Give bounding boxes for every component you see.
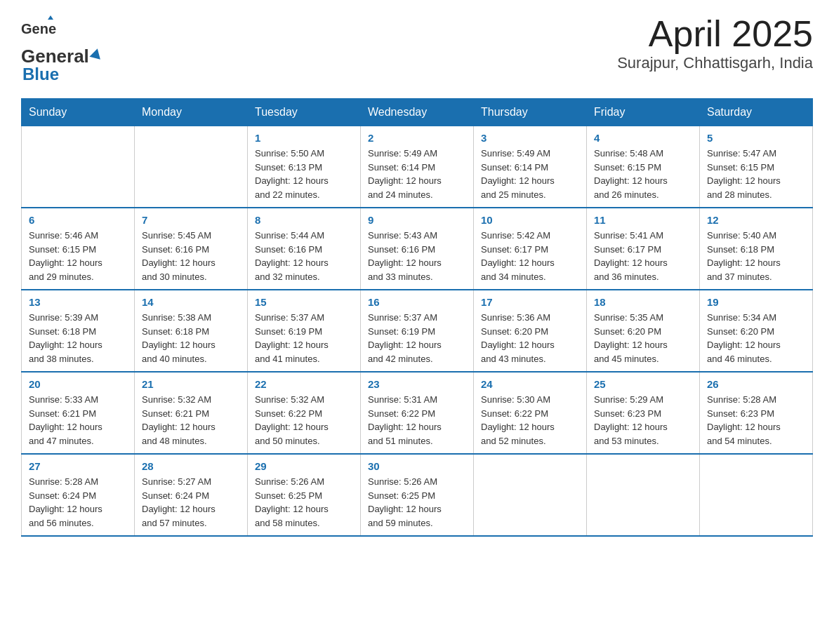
calendar-cell: 7Sunrise: 5:45 AMSunset: 6:16 PMDaylight… — [135, 208, 248, 290]
day-number: 27 — [29, 460, 127, 472]
day-number: 12 — [707, 214, 805, 226]
calendar-cell: 25Sunrise: 5:29 AMSunset: 6:23 PMDayligh… — [587, 372, 700, 454]
day-header-thursday: Thursday — [474, 99, 587, 126]
day-number: 22 — [255, 378, 353, 390]
day-header-friday: Friday — [587, 99, 700, 126]
day-number: 30 — [368, 460, 466, 472]
day-info: Sunrise: 5:29 AMSunset: 6:23 PMDaylight:… — [594, 393, 692, 448]
day-number: 15 — [255, 296, 353, 308]
calendar-cell: 6Sunrise: 5:46 AMSunset: 6:15 PMDaylight… — [22, 208, 135, 290]
calendar-location: Surajpur, Chhattisgarh, India — [617, 54, 813, 72]
calendar-cell: 18Sunrise: 5:35 AMSunset: 6:20 PMDayligh… — [587, 290, 700, 372]
day-number: 29 — [255, 460, 353, 472]
day-number: 6 — [29, 214, 127, 226]
day-number: 21 — [142, 378, 240, 390]
svg-text:General: General — [21, 21, 56, 36]
logo-general-text: General — [21, 46, 89, 67]
day-info: Sunrise: 5:42 AMSunset: 6:17 PMDaylight:… — [481, 229, 579, 283]
day-number: 19 — [707, 296, 805, 308]
logo: General General Blue — [21, 14, 102, 84]
day-info: Sunrise: 5:32 AMSunset: 6:22 PMDaylight:… — [255, 393, 353, 448]
day-info: Sunrise: 5:41 AMSunset: 6:17 PMDaylight:… — [594, 229, 692, 283]
days-of-week-row: SundayMondayTuesdayWednesdayThursdayFrid… — [22, 99, 813, 126]
calendar-cell: 17Sunrise: 5:36 AMSunset: 6:20 PMDayligh… — [474, 290, 587, 372]
day-number: 7 — [142, 214, 240, 226]
calendar-cell: 2Sunrise: 5:49 AMSunset: 6:14 PMDaylight… — [361, 126, 474, 208]
day-number: 10 — [481, 214, 579, 226]
calendar-cell: 3Sunrise: 5:49 AMSunset: 6:14 PMDaylight… — [474, 126, 587, 208]
day-number: 23 — [368, 378, 466, 390]
day-number: 28 — [142, 460, 240, 472]
day-info: Sunrise: 5:49 AMSunset: 6:14 PMDaylight:… — [481, 147, 579, 201]
calendar-cell: 24Sunrise: 5:30 AMSunset: 6:22 PMDayligh… — [474, 372, 587, 454]
day-number: 11 — [594, 214, 692, 226]
calendar-cell: 21Sunrise: 5:32 AMSunset: 6:21 PMDayligh… — [135, 372, 248, 454]
day-info: Sunrise: 5:28 AMSunset: 6:23 PMDaylight:… — [707, 393, 805, 448]
calendar-cell — [474, 454, 587, 536]
calendar-title-block: April 2025 Surajpur, Chhattisgarh, India — [617, 14, 813, 72]
page-header: General General Blue April 2025 Surajpur… — [21, 14, 813, 84]
day-info: Sunrise: 5:44 AMSunset: 6:16 PMDaylight:… — [255, 229, 353, 283]
calendar-cell — [135, 126, 248, 208]
calendar-body: 1Sunrise: 5:50 AMSunset: 6:13 PMDaylight… — [22, 126, 813, 537]
calendar-week-4: 20Sunrise: 5:33 AMSunset: 6:21 PMDayligh… — [22, 372, 813, 454]
day-info: Sunrise: 5:48 AMSunset: 6:15 PMDaylight:… — [594, 147, 692, 201]
calendar-cell: 1Sunrise: 5:50 AMSunset: 6:13 PMDaylight… — [248, 126, 361, 208]
day-info: Sunrise: 5:28 AMSunset: 6:24 PMDaylight:… — [29, 475, 127, 530]
day-number: 3 — [481, 132, 579, 144]
day-info: Sunrise: 5:38 AMSunset: 6:18 PMDaylight:… — [142, 311, 240, 365]
day-header-sunday: Sunday — [22, 99, 135, 126]
day-info: Sunrise: 5:43 AMSunset: 6:16 PMDaylight:… — [368, 229, 466, 283]
day-info: Sunrise: 5:50 AMSunset: 6:13 PMDaylight:… — [255, 147, 353, 201]
day-info: Sunrise: 5:37 AMSunset: 6:19 PMDaylight:… — [255, 311, 353, 365]
calendar-cell: 4Sunrise: 5:48 AMSunset: 6:15 PMDaylight… — [587, 126, 700, 208]
calendar-cell: 19Sunrise: 5:34 AMSunset: 6:20 PMDayligh… — [700, 290, 813, 372]
day-number: 14 — [142, 296, 240, 308]
logo-icon: General — [21, 14, 56, 46]
calendar-cell: 30Sunrise: 5:26 AMSunset: 6:25 PMDayligh… — [361, 454, 474, 536]
calendar-header: SundayMondayTuesdayWednesdayThursdayFrid… — [22, 99, 813, 126]
calendar-cell: 23Sunrise: 5:31 AMSunset: 6:22 PMDayligh… — [361, 372, 474, 454]
calendar-cell — [22, 126, 135, 208]
calendar-cell: 20Sunrise: 5:33 AMSunset: 6:21 PMDayligh… — [22, 372, 135, 454]
day-info: Sunrise: 5:45 AMSunset: 6:16 PMDaylight:… — [142, 229, 240, 283]
calendar-cell: 13Sunrise: 5:39 AMSunset: 6:18 PMDayligh… — [22, 290, 135, 372]
day-header-monday: Monday — [135, 99, 248, 126]
calendar-cell: 11Sunrise: 5:41 AMSunset: 6:17 PMDayligh… — [587, 208, 700, 290]
calendar-cell: 9Sunrise: 5:43 AMSunset: 6:16 PMDaylight… — [361, 208, 474, 290]
day-info: Sunrise: 5:33 AMSunset: 6:21 PMDaylight:… — [29, 393, 127, 448]
calendar-cell: 15Sunrise: 5:37 AMSunset: 6:19 PMDayligh… — [248, 290, 361, 372]
calendar-cell — [587, 454, 700, 536]
calendar-week-2: 6Sunrise: 5:46 AMSunset: 6:15 PMDaylight… — [22, 208, 813, 290]
calendar-cell: 12Sunrise: 5:40 AMSunset: 6:18 PMDayligh… — [700, 208, 813, 290]
day-info: Sunrise: 5:31 AMSunset: 6:22 PMDaylight:… — [368, 393, 466, 448]
calendar-cell: 26Sunrise: 5:28 AMSunset: 6:23 PMDayligh… — [700, 372, 813, 454]
day-header-saturday: Saturday — [700, 99, 813, 126]
day-number: 16 — [368, 296, 466, 308]
day-info: Sunrise: 5:32 AMSunset: 6:21 PMDaylight:… — [142, 393, 240, 448]
day-info: Sunrise: 5:37 AMSunset: 6:19 PMDaylight:… — [368, 311, 466, 365]
day-number: 9 — [368, 214, 466, 226]
logo-blue-text: Blue — [22, 65, 59, 84]
calendar-cell: 29Sunrise: 5:26 AMSunset: 6:25 PMDayligh… — [248, 454, 361, 536]
calendar-month-year: April 2025 — [617, 14, 813, 54]
day-header-tuesday: Tuesday — [248, 99, 361, 126]
calendar-week-3: 13Sunrise: 5:39 AMSunset: 6:18 PMDayligh… — [22, 290, 813, 372]
calendar-cell: 22Sunrise: 5:32 AMSunset: 6:22 PMDayligh… — [248, 372, 361, 454]
calendar-week-5: 27Sunrise: 5:28 AMSunset: 6:24 PMDayligh… — [22, 454, 813, 536]
calendar-cell: 28Sunrise: 5:27 AMSunset: 6:24 PMDayligh… — [135, 454, 248, 536]
day-info: Sunrise: 5:40 AMSunset: 6:18 PMDaylight:… — [707, 229, 805, 283]
day-info: Sunrise: 5:46 AMSunset: 6:15 PMDaylight:… — [29, 229, 127, 283]
calendar-cell — [700, 454, 813, 536]
day-number: 17 — [481, 296, 579, 308]
day-number: 4 — [594, 132, 692, 144]
day-header-wednesday: Wednesday — [361, 99, 474, 126]
calendar-cell: 5Sunrise: 5:47 AMSunset: 6:15 PMDaylight… — [700, 126, 813, 208]
calendar-cell: 10Sunrise: 5:42 AMSunset: 6:17 PMDayligh… — [474, 208, 587, 290]
day-info: Sunrise: 5:49 AMSunset: 6:14 PMDaylight:… — [368, 147, 466, 201]
day-info: Sunrise: 5:36 AMSunset: 6:20 PMDaylight:… — [481, 311, 579, 365]
calendar-cell: 14Sunrise: 5:38 AMSunset: 6:18 PMDayligh… — [135, 290, 248, 372]
day-number: 5 — [707, 132, 805, 144]
day-info: Sunrise: 5:26 AMSunset: 6:25 PMDaylight:… — [255, 475, 353, 530]
day-info: Sunrise: 5:30 AMSunset: 6:22 PMDaylight:… — [481, 393, 579, 448]
